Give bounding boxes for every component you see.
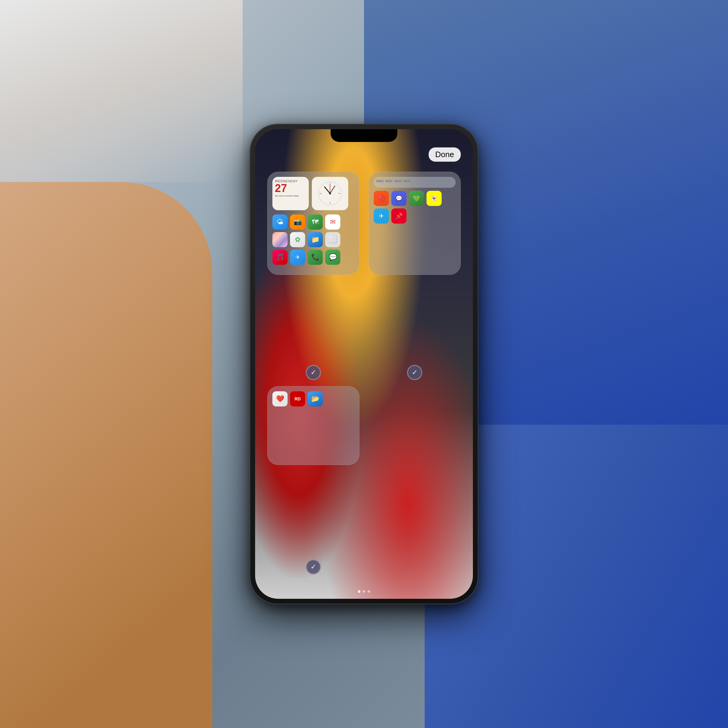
page3-checkmark: ✓ — [310, 563, 316, 571]
page2-checkmark: ✓ — [412, 369, 418, 376]
notch — [330, 129, 398, 142]
cal-event: No more events today — [275, 194, 306, 197]
page1-checkmark: ✓ — [310, 369, 316, 376]
app-gmail[interactable]: ✉ — [325, 214, 340, 229]
page3-wrapper: ❤️ RD 📂 ✓ — [267, 386, 359, 572]
app-reddit[interactable]: 🔴 — [374, 191, 389, 206]
bg-hand — [0, 182, 213, 728]
social-row-2: ✈ 📌 — [374, 208, 456, 223]
app-discord[interactable]: 💬 — [391, 191, 407, 206]
page2-card[interactable]: 🔴 💬 💚 👻 ✈ 📌 — [369, 172, 461, 275]
app-maps[interactable]: 🗺 — [307, 214, 323, 229]
app-reader-digest[interactable]: RD — [290, 391, 305, 407]
page3-card[interactable]: ❤️ RD 📂 — [267, 386, 359, 465]
app-phone[interactable]: 📞 — [307, 250, 323, 265]
phone-screen: Done WEDNESDAY 27 No more e — [255, 129, 473, 599]
folder-dot2 — [385, 180, 393, 182]
app-row-3: 🎵 ✈ 📞 💬 — [272, 250, 354, 265]
done-button[interactable]: Done — [428, 147, 461, 162]
page1-wrapper: WEDNESDAY 27 No more events today — [267, 172, 359, 377]
app-photos[interactable]: 🌸 — [272, 232, 288, 247]
app-row-2: 🌸 ✿ 📁 ⬜ — [272, 232, 354, 247]
folder-top-strip — [374, 177, 456, 188]
app-snapchat[interactable]: 👻 — [427, 191, 442, 206]
cal-day-number: 27 — [275, 183, 306, 194]
app-camera[interactable]: 📸 — [290, 214, 305, 229]
calendar-widget[interactable]: WEDNESDAY 27 No more events today — [272, 177, 309, 210]
page3-check-badge[interactable]: ✓ — [306, 559, 321, 575]
app-messages[interactable]: 💬 — [325, 250, 340, 265]
bottom-app-row: ❤️ RD 📂 — [272, 391, 354, 407]
app-pinterest[interactable]: 📌 — [391, 208, 407, 223]
svg-point-8 — [329, 193, 331, 194]
clock-widget[interactable] — [312, 177, 348, 210]
app-weather[interactable]: 🌤 — [272, 214, 288, 229]
pages-container: WEDNESDAY 27 No more events today — [255, 162, 473, 581]
app-misc1[interactable]: ⬜ — [325, 232, 340, 247]
clock-face — [318, 181, 342, 206]
app-files2[interactable]: 📂 — [307, 391, 323, 407]
bg-white — [0, 0, 243, 182]
empty-cell — [369, 386, 461, 572]
folder-dot1 — [376, 180, 384, 182]
page-dots — [358, 590, 370, 593]
widgets-row: WEDNESDAY 27 No more events today — [272, 177, 354, 210]
app-health[interactable]: ❤️ — [272, 391, 288, 407]
dot-3 — [368, 590, 370, 593]
social-row-1: 🔴 💬 💚 👻 — [374, 191, 456, 206]
folder-dot3 — [394, 180, 402, 182]
page2-check-badge[interactable]: ✓ — [407, 365, 422, 380]
app-telegram[interactable]: ✈ — [374, 208, 389, 223]
page1-card[interactable]: WEDNESDAY 27 No more events today — [267, 172, 359, 275]
page2-wrapper: 🔴 💬 💚 👻 ✈ 📌 — [369, 172, 461, 377]
folder-row-dots — [376, 180, 453, 182]
app-gphotos[interactable]: ✿ — [290, 232, 305, 247]
phone-wrapper: Done WEDNESDAY 27 No more e — [250, 124, 478, 604]
app-wechat[interactable]: 💚 — [409, 191, 424, 206]
app-music[interactable]: 🎵 — [272, 250, 288, 265]
phone-body: Done WEDNESDAY 27 No more e — [250, 124, 478, 604]
app-files[interactable]: 📁 — [307, 232, 323, 247]
dot-1 — [358, 590, 360, 593]
folder-dot4 — [404, 180, 411, 182]
app-row-1: 🌤 📸 🗺 ✉ — [272, 214, 354, 229]
app-testflight[interactable]: ✈ — [290, 250, 305, 265]
scene: Done WEDNESDAY 27 No more e — [0, 0, 728, 728]
page1-check-badge[interactable]: ✓ — [306, 365, 321, 380]
dot-2 — [363, 590, 365, 593]
